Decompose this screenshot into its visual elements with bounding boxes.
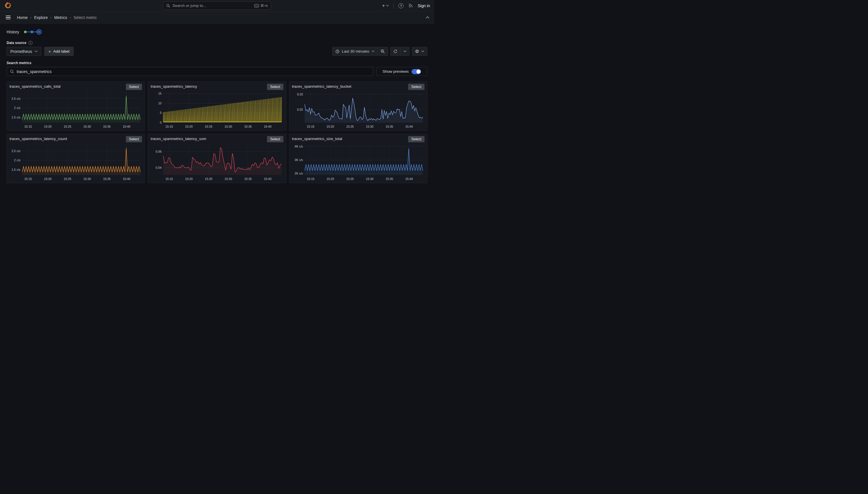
svg-text:15:25: 15:25	[346, 177, 354, 180]
data-source-label: Data source	[6, 41, 26, 45]
history-timeline[interactable]	[23, 29, 44, 35]
select-button[interactable]: Select	[267, 136, 283, 142]
select-button[interactable]: Select	[126, 84, 142, 90]
panel-title: traces_spanmetrics_latency_count	[9, 136, 67, 141]
svg-text:15:15: 15:15	[307, 177, 314, 180]
refresh-button[interactable]	[390, 47, 401, 56]
svg-text:0.04: 0.04	[156, 166, 162, 169]
select-button[interactable]: Select	[408, 136, 425, 142]
refresh-group	[390, 47, 410, 56]
svg-text:15:20: 15:20	[185, 125, 193, 128]
refresh-interval-dropdown[interactable]	[401, 47, 410, 56]
panel-title: traces_spanmetrics_calls_total	[9, 84, 61, 89]
svg-text:15:40: 15:40	[264, 125, 271, 128]
svg-text:15:25: 15:25	[346, 125, 354, 128]
clock-icon	[335, 50, 339, 54]
svg-text:15:20: 15:20	[185, 177, 193, 180]
global-search-input[interactable]: Search or jump to... ⌘+k	[163, 1, 271, 10]
svg-text:15:20: 15:20	[44, 125, 52, 128]
shortcut-label: ⌘+k	[260, 3, 268, 8]
select-button[interactable]: Select	[126, 136, 142, 142]
zoom-out-button[interactable]	[378, 47, 388, 56]
svg-text:15:40: 15:40	[123, 125, 130, 128]
show-previews-control: Show previews	[376, 67, 428, 76]
svg-text:15:30: 15:30	[366, 177, 373, 180]
svg-text:4K c/s: 4K c/s	[295, 145, 303, 148]
svg-text:15:20: 15:20	[327, 125, 334, 128]
metric-search-box[interactable]	[6, 67, 373, 76]
svg-text:5: 5	[160, 111, 162, 114]
panel-title: traces_spanmetrics_latency	[151, 84, 197, 89]
breadcrumb-home[interactable]: Home	[17, 15, 27, 20]
svg-text:15:25: 15:25	[64, 125, 71, 128]
svg-text:15:25: 15:25	[205, 125, 212, 128]
breadcrumb-bar: Home › Explore › Metrics › Select metric	[0, 12, 434, 23]
search-row: Show previews	[6, 67, 428, 76]
grafana-logo[interactable]	[4, 2, 12, 10]
svg-text:15:40: 15:40	[264, 177, 271, 180]
breadcrumb-explore[interactable]: Explore	[34, 15, 48, 20]
time-range-picker[interactable]: Last 30 minutes	[332, 47, 377, 56]
metric-preview-chart: 15:1515:2015:2515:3015:3515:400.040.06	[151, 142, 283, 182]
menu-toggle-button[interactable]	[6, 16, 11, 20]
global-search-placeholder: Search or jump to...	[173, 3, 252, 8]
add-label-button[interactable]: + Add label	[44, 47, 73, 56]
metric-panel: traces_spanmetrics_size_total Select 15:…	[289, 134, 428, 183]
data-source-value: Prometheus	[11, 49, 32, 54]
zoom-out-icon	[380, 49, 385, 54]
topbar-divider	[393, 3, 394, 9]
svg-text:15:40: 15:40	[405, 177, 413, 180]
metric-preview-chart: 15:1515:2015:2515:3015:3515:402K c/s3K c…	[292, 142, 425, 182]
rss-icon	[408, 3, 413, 8]
svg-text:2 c/s: 2 c/s	[14, 106, 20, 110]
svg-text:15:15: 15:15	[307, 125, 314, 128]
svg-text:15:35: 15:35	[244, 177, 252, 180]
breadcrumb-metrics[interactable]: Metrics	[54, 15, 67, 20]
explore-metrics-content: History Data source i Prometheus + Add l…	[0, 23, 434, 183]
history-step-green-dot[interactable]	[24, 31, 26, 33]
metric-panel: traces_spanmetrics_latency_bucket Select…	[289, 81, 428, 131]
metric-panel: traces_spanmetrics_latency_count Select …	[6, 134, 145, 183]
svg-text:3K c/s: 3K c/s	[295, 158, 303, 162]
refresh-icon	[393, 50, 397, 54]
settings-button[interactable]: ⚙	[412, 47, 428, 56]
metric-panel: traces_spanmetrics_calls_total Select 15…	[6, 81, 145, 131]
gear-icon: ⚙	[415, 49, 419, 54]
svg-text:15:35: 15:35	[386, 177, 393, 180]
select-button[interactable]: Select	[267, 84, 283, 90]
svg-text:15:25: 15:25	[205, 177, 212, 180]
top-nav-bar: Search or jump to... ⌘+k + ?	[0, 0, 434, 12]
breadcrumb-separator: ›	[50, 15, 52, 20]
new-menu-button[interactable]: +	[382, 3, 389, 8]
svg-text:15:35: 15:35	[244, 125, 252, 128]
chevron-down-icon	[372, 50, 375, 52]
metric-panel-grid: traces_spanmetrics_calls_total Select 15…	[6, 81, 428, 183]
collapse-panel-button[interactable]	[426, 16, 429, 19]
plus-icon: +	[48, 49, 51, 54]
svg-text:15:25: 15:25	[64, 177, 71, 180]
metric-preview-chart: 15:1515:2015:2515:3015:3515:40051015	[151, 90, 283, 130]
history-label: History	[6, 30, 19, 34]
help-button[interactable]: ?	[398, 3, 403, 8]
svg-text:15:20: 15:20	[327, 177, 334, 180]
svg-text:15:40: 15:40	[123, 177, 130, 180]
keyboard-icon	[254, 4, 259, 7]
info-icon[interactable]: i	[28, 41, 33, 45]
history-step-blue-dot[interactable]	[31, 31, 33, 33]
panel-title: traces_spanmetrics_latency_sum	[151, 136, 206, 141]
svg-text:0.03: 0.03	[297, 93, 303, 96]
svg-text:15: 15	[158, 92, 162, 95]
svg-text:15:35: 15:35	[386, 125, 393, 128]
breadcrumb-separator: ›	[30, 15, 31, 20]
data-source-picker[interactable]: Prometheus	[6, 47, 41, 56]
select-button[interactable]: Select	[408, 84, 425, 90]
sign-in-link[interactable]: Sign in	[418, 3, 430, 8]
show-previews-toggle[interactable]	[412, 69, 421, 74]
svg-text:2 c/s: 2 c/s	[14, 158, 20, 162]
svg-text:0: 0	[160, 121, 162, 124]
data-source-label-row: Data source i	[6, 41, 428, 45]
svg-text:15:30: 15:30	[83, 177, 91, 180]
metric-search-input[interactable]	[17, 69, 370, 74]
svg-text:1.5 c/s: 1.5 c/s	[12, 168, 20, 171]
news-button[interactable]	[408, 3, 413, 8]
